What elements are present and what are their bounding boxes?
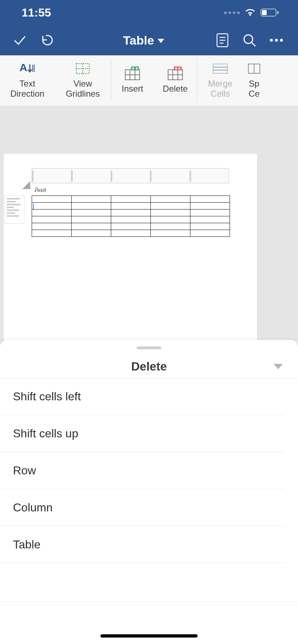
svg-rect-22 xyxy=(131,66,139,70)
insert-button[interactable]: Insert xyxy=(111,55,154,106)
svg-point-11 xyxy=(280,39,283,42)
svg-rect-1 xyxy=(262,10,267,15)
document-canvas[interactable]: Йккй xyxy=(0,106,298,340)
status-bar: 11:55 xyxy=(0,0,298,25)
document-text: Йккй xyxy=(35,187,46,193)
text-direction-button[interactable]: A Text Direction xyxy=(0,55,55,106)
more-button[interactable] xyxy=(266,28,287,53)
status-time: 11:55 xyxy=(22,6,51,19)
ruler[interactable] xyxy=(32,168,229,183)
app-header: Table xyxy=(0,25,298,55)
option-row[interactable]: Row xyxy=(0,452,285,489)
svg-rect-24 xyxy=(136,68,137,69)
svg-rect-23 xyxy=(132,68,134,69)
battery-icon xyxy=(261,8,279,17)
cellular-dots-icon xyxy=(224,12,240,14)
insert-label: Insert xyxy=(122,84,143,94)
delete-table-icon xyxy=(166,66,185,81)
read-mode-button[interactable] xyxy=(212,28,233,53)
svg-line-8 xyxy=(252,42,255,46)
caret-down-icon xyxy=(158,39,164,43)
split-cells-icon xyxy=(245,61,263,76)
undo-button[interactable] xyxy=(34,28,59,53)
tab-dropdown[interactable]: Table xyxy=(76,33,212,47)
merge-cells-label: Merge Cells xyxy=(208,79,232,99)
svg-rect-29 xyxy=(174,66,182,70)
svg-point-9 xyxy=(270,39,273,42)
svg-rect-34 xyxy=(213,64,227,73)
document-table[interactable] xyxy=(32,196,230,237)
split-cells-label: Sp Ce xyxy=(249,79,260,99)
option-column[interactable]: Column xyxy=(0,489,285,526)
svg-text:A: A xyxy=(19,62,27,73)
option-table[interactable]: Table xyxy=(0,526,285,563)
option-shift-cells-left[interactable]: Shift cells left xyxy=(0,378,285,415)
delete-label: Delete xyxy=(163,84,188,94)
option-shift-cells-up[interactable]: Shift cells up xyxy=(0,415,285,452)
view-gridlines-icon xyxy=(73,61,92,76)
svg-point-10 xyxy=(275,39,278,42)
svg-rect-2 xyxy=(277,11,279,14)
page: Йккй xyxy=(4,154,257,340)
sheet-grabber[interactable] xyxy=(137,346,161,349)
text-cursor xyxy=(33,203,34,209)
sheet-header[interactable]: Delete xyxy=(0,355,298,378)
page-thumbnail[interactable] xyxy=(4,196,24,224)
done-button[interactable] xyxy=(7,28,32,53)
sheet-title: Delete xyxy=(131,360,167,373)
status-right xyxy=(224,8,279,17)
sheet-spacer xyxy=(0,573,298,602)
ribbon: A Text Direction View Gridlines Insert D… xyxy=(0,55,298,106)
text-direction-icon: A xyxy=(18,61,37,76)
home-indicator[interactable] xyxy=(100,634,198,638)
search-button[interactable] xyxy=(239,28,260,53)
delete-sheet: Delete Shift cells left Shift cells up R… xyxy=(0,340,298,644)
view-gridlines-button[interactable]: View Gridlines xyxy=(55,55,111,106)
delete-button[interactable]: Delete xyxy=(154,55,197,106)
ruler-indent-icon[interactable] xyxy=(22,181,30,189)
wifi-icon xyxy=(245,8,256,17)
view-gridlines-label: View Gridlines xyxy=(66,79,100,99)
merge-cells-icon xyxy=(211,61,230,76)
text-direction-label: Text Direction xyxy=(10,79,45,99)
insert-table-icon xyxy=(123,66,142,81)
split-cells-button[interactable]: Sp Ce xyxy=(243,55,265,106)
merge-cells-button[interactable]: Merge Cells xyxy=(197,55,243,106)
chevron-down-icon xyxy=(274,364,283,369)
tab-title: Table xyxy=(123,33,154,47)
